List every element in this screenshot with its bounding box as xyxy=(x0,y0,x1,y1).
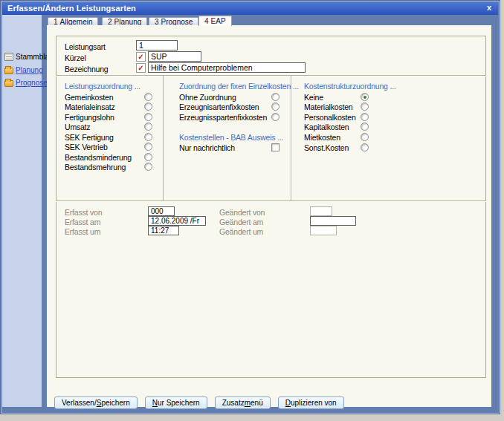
option-label: SEK Fertigung xyxy=(65,133,114,142)
sidebar-item-prognose[interactable]: Prognose xyxy=(4,79,48,89)
titlebar: Erfassen/Ändern Leistungsarten x xyxy=(2,2,498,15)
option-label: Umsatz xyxy=(65,123,90,131)
option-label: Sonst.Kosten xyxy=(304,143,349,152)
erfasst-um-input[interactable] xyxy=(148,226,179,235)
section-title-leistungszuordnung: Leistungszuordnung ... xyxy=(65,82,140,91)
radio-sonst-kosten[interactable] xyxy=(361,143,369,151)
radio-gemeinkosten[interactable] xyxy=(144,93,152,101)
nur-speichern-button[interactable]: Nur Speichern xyxy=(145,396,207,409)
section-title-fixe-einzelkosten: Zuordnung der fixen Einzelkosten ... xyxy=(179,82,299,91)
bezeichnung-input[interactable] xyxy=(148,62,306,73)
zusatzmenu-button[interactable]: Zusatzmenü xyxy=(215,396,271,409)
section-title-kostenstruktur: Kostenstrukturzuordnung ... xyxy=(304,82,396,91)
radio-umsatz[interactable] xyxy=(144,123,152,131)
kuerzel-input[interactable] xyxy=(148,51,201,62)
radio-erzeugnisspartenfixkosten[interactable] xyxy=(271,113,280,121)
geaendert-von-input[interactable] xyxy=(310,206,332,216)
sheet-icon xyxy=(4,53,13,61)
radio-materialeinsatz[interactable] xyxy=(144,102,152,111)
geaendert-am-input[interactable] xyxy=(310,216,356,226)
separator-line xyxy=(163,76,164,200)
radio-keine[interactable] xyxy=(361,93,369,101)
radio-erzeugnisartenfixkosten[interactable] xyxy=(271,102,280,111)
radio-personalkosten[interactable] xyxy=(361,113,369,121)
sidebar: Stammblatt Planung Prognose xyxy=(2,15,42,407)
option-label: Bestandsminderung xyxy=(65,153,132,162)
radio-materialkosten[interactable] xyxy=(361,102,369,111)
geaendert-um-label: Geändert um xyxy=(219,227,263,236)
option-label: Materialeinsatz xyxy=(65,102,115,111)
option-label: Mietkosten xyxy=(304,133,340,142)
geaendert-am-label: Geändert am xyxy=(219,218,263,226)
sidebar-item-planung[interactable]: Planung xyxy=(4,66,43,76)
separator-line xyxy=(291,76,292,200)
duplizieren-von-button[interactable]: Duplizieren von xyxy=(278,396,344,409)
option-label: Erzeugnisartenfixkosten xyxy=(179,102,259,111)
separator-line xyxy=(56,200,486,202)
folder-icon xyxy=(4,68,13,74)
option-label: Gemeinkosten xyxy=(65,93,113,102)
option-label: Keine xyxy=(304,93,323,102)
radio-sek-vertrieb[interactable] xyxy=(144,143,152,151)
desktop-background: Erfassen/Ändern Leistungsarten x Stammbl… xyxy=(0,0,504,421)
section-title-kostenstellen: Kostenstellen - BAB Ausweis ... xyxy=(179,133,283,142)
radio-sek-fertigung[interactable] xyxy=(144,133,152,141)
checkbox-nur-nachrichtlich[interactable] xyxy=(271,143,280,151)
erfasst-von-input[interactable] xyxy=(148,206,175,216)
option-label: Materialkosten xyxy=(304,102,352,111)
app-window: Erfassen/Ändern Leistungsarten x Stammbl… xyxy=(0,0,500,414)
option-label: Personalkosten xyxy=(304,113,356,122)
close-icon[interactable]: x xyxy=(487,3,491,12)
button-row: Verlassen/Speichern Nur Speichern Zusatz… xyxy=(54,396,344,409)
verlassen-speichern-button[interactable]: Verlassen/Speichern xyxy=(54,396,138,409)
option-label: Fertigungslohn xyxy=(65,113,114,122)
content-panel: Leistungsart Kürzel ✓ Bezeichnung ✓ Leis… xyxy=(47,25,491,407)
bezeichnung-label: Bezeichnung xyxy=(65,65,109,74)
sidebar-item-label: Planung xyxy=(16,66,43,74)
geaendert-von-label: Geändert von xyxy=(219,208,265,217)
radio-mietkosten[interactable] xyxy=(361,133,369,141)
radio-ohne-zuordnung[interactable] xyxy=(271,93,280,101)
window-title: Erfassen/Ändern Leistungsarten xyxy=(7,4,136,13)
radio-bestandsmehrung[interactable] xyxy=(144,163,152,171)
radio-fertigungslohn[interactable] xyxy=(144,113,152,121)
erfasst-um-label: Erfasst um xyxy=(65,227,100,236)
sidebar-item-label: Prognose xyxy=(16,79,48,87)
option-label: Erzeugnisspartenfixkosten xyxy=(179,113,267,122)
erfasst-von-label: Erfasst von xyxy=(65,208,102,217)
erfasst-am-label: Erfasst am xyxy=(65,218,100,226)
sidebar-item-stammblatt[interactable]: Stammblatt xyxy=(4,53,54,63)
option-label: Nur nachrichtlich xyxy=(179,143,235,152)
geaendert-um-input[interactable] xyxy=(310,226,337,235)
radio-bestandsminderung[interactable] xyxy=(144,153,152,161)
option-label: SEK Vertrieb xyxy=(65,143,108,151)
leistungsart-input[interactable] xyxy=(136,40,178,50)
option-label: Ohne Zuordnung xyxy=(179,93,236,102)
option-label: Kapitalkosten xyxy=(304,123,349,131)
confirm-check-icon[interactable]: ✓ xyxy=(136,63,146,73)
kuerzel-label: Kürzel xyxy=(65,53,86,62)
radio-kapitalkosten[interactable] xyxy=(361,123,369,131)
separator-line xyxy=(56,75,486,76)
confirm-check-icon[interactable]: ✓ xyxy=(136,52,146,62)
leistungsart-label: Leistungsart xyxy=(65,42,106,51)
erfasst-am-input[interactable] xyxy=(148,216,206,226)
tab-eap[interactable]: 4EAP xyxy=(198,16,232,26)
option-label: Bestandsmehrung xyxy=(65,163,126,172)
folder-icon xyxy=(4,80,13,87)
